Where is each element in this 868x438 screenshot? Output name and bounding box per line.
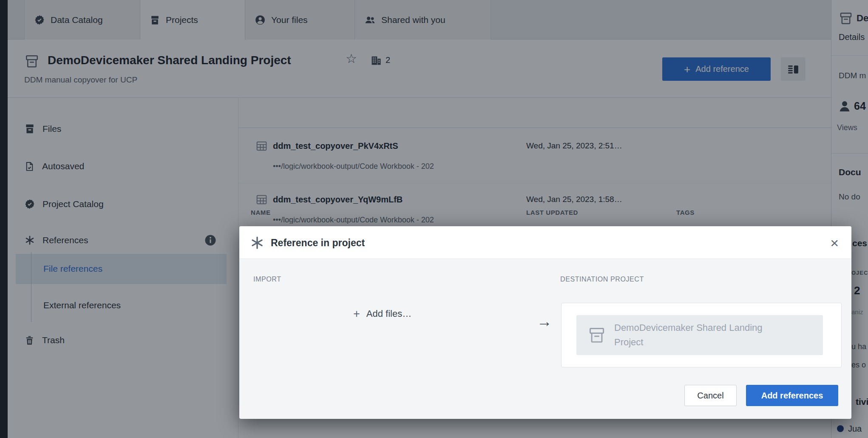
cancel-button[interactable]: Cancel — [684, 385, 737, 406]
app-window: Data Catalog Projects Your files Shared … — [0, 0, 868, 438]
dialog-header: Reference in project × — [239, 226, 851, 259]
destination-project-chip: DemoDevicemaker Shared Landing Project — [576, 315, 823, 355]
plus-icon: + — [353, 308, 360, 320]
project-box-icon — [587, 326, 606, 344]
import-label: IMPORT — [253, 276, 281, 283]
destination-project-name: DemoDevicemaker Shared Landing Project — [614, 321, 772, 350]
add-files-button[interactable]: + Add files… — [353, 307, 411, 321]
arrow-right-icon: → — [537, 314, 552, 329]
add-references-button[interactable]: Add references — [746, 385, 838, 406]
close-icon[interactable]: × — [830, 236, 839, 250]
destination-project-label: DESTINATION PROJECT — [560, 276, 644, 283]
asterisk-icon — [250, 235, 265, 250]
dialog-title: Reference in project — [271, 238, 365, 248]
destination-project-field[interactable]: DemoDevicemaker Shared Landing Project — [561, 303, 842, 367]
reference-in-project-dialog: Reference in project × IMPORT DESTINATIO… — [239, 226, 851, 419]
